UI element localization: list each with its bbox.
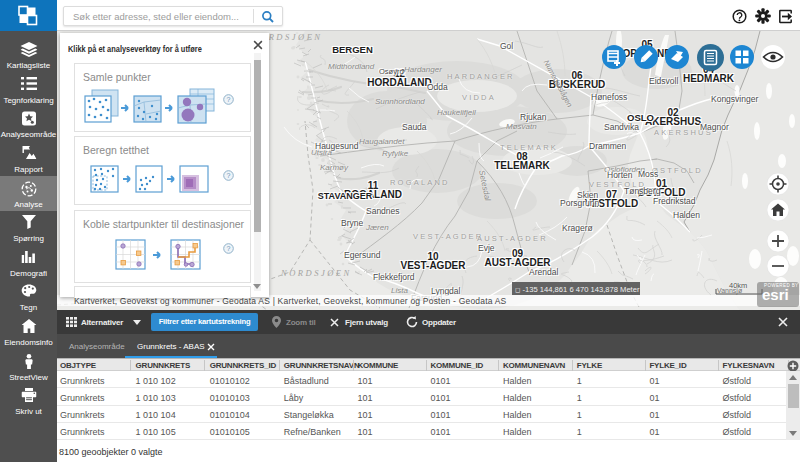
svg-text:?: ? <box>227 245 231 252</box>
svg-text:?: ? <box>227 96 231 103</box>
svg-text:?: ? <box>227 172 231 179</box>
